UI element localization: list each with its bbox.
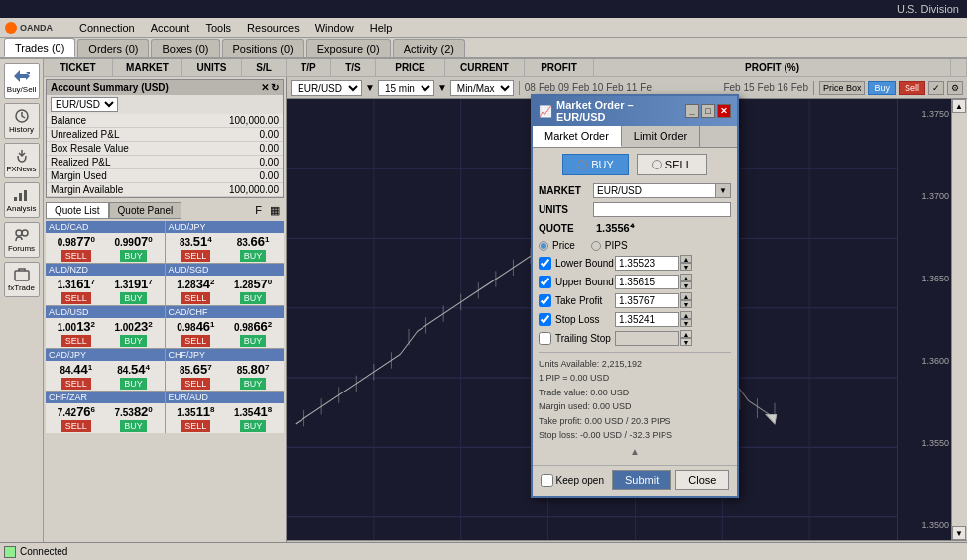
- modal-tab-limit[interactable]: Limit Order: [622, 126, 700, 147]
- lower-bound-down[interactable]: ▼: [680, 263, 692, 271]
- acct-val-balance: 100,000.00: [209, 115, 279, 126]
- trailing-stop-down[interactable]: ▼: [680, 338, 692, 346]
- account-summary: Account Summary (USD) ✕ ↻ EUR/USD Balanc…: [46, 79, 284, 198]
- account-close-btn[interactable]: ✕: [261, 82, 269, 93]
- trailing-stop-up[interactable]: ▲: [680, 330, 692, 338]
- sell-btn-audnzd[interactable]: SELL: [61, 292, 91, 304]
- info-take-profit: Take profit: 0.00 USD / 20.3 PIPS: [539, 414, 731, 428]
- tab-orders[interactable]: Orders (0): [77, 39, 149, 57]
- trailing-stop-input[interactable]: [615, 331, 679, 346]
- stop-loss-checkbox[interactable]: [539, 313, 551, 326]
- buy-btn-audsgd[interactable]: BUY: [240, 292, 267, 304]
- chart-scrollbar-right[interactable]: ▲ ▼: [951, 99, 967, 540]
- svg-text:OANDA: OANDA: [20, 23, 53, 33]
- sell-btn-audusd[interactable]: SELL: [61, 335, 91, 347]
- scroll-up-btn[interactable]: ▲: [952, 99, 966, 113]
- buy-btn-chfzar[interactable]: BUY: [120, 420, 147, 432]
- sell-toolbar-btn[interactable]: Sell: [899, 81, 925, 95]
- scroll-down-btn[interactable]: ▼: [952, 526, 966, 540]
- chart-display-select[interactable]: Min/Max: [450, 80, 514, 96]
- menu-tools[interactable]: Tools: [197, 20, 239, 36]
- market-select-arrow[interactable]: ▼: [715, 184, 730, 197]
- take-profit-up[interactable]: ▲: [680, 292, 692, 300]
- buy-btn-cadchf[interactable]: BUY: [240, 335, 267, 347]
- stop-loss-input[interactable]: [615, 312, 679, 327]
- upper-bound-checkbox[interactable]: [539, 276, 551, 288]
- sidebar-item-forums[interactable]: Forums: [4, 222, 40, 258]
- sell-btn-cadjpy[interactable]: SELL: [61, 378, 91, 390]
- modal-minimize-btn[interactable]: _: [685, 104, 699, 118]
- buy-toolbar-btn[interactable]: Buy: [868, 81, 896, 95]
- modal-close-btn[interactable]: ✕: [717, 104, 731, 118]
- account-refresh-btn[interactable]: ↻: [271, 82, 279, 93]
- lower-bound-up[interactable]: ▲: [680, 255, 692, 263]
- chart-timeframe-select[interactable]: 15 min: [378, 80, 434, 96]
- quote-filter-btn[interactable]: F: [251, 202, 266, 219]
- tab-trades[interactable]: Trades (0): [4, 38, 75, 57]
- take-profit-down[interactable]: ▼: [680, 300, 692, 308]
- sell-btn-cadchf[interactable]: SELL: [181, 335, 210, 347]
- account-currency-select[interactable]: EUR/USD: [51, 97, 118, 112]
- market-select[interactable]: EUR/USD ▼: [593, 183, 731, 198]
- sidebar-item-fxtrade[interactable]: fxTrade: [4, 262, 40, 297]
- modal-tab-market[interactable]: Market Order: [533, 126, 622, 147]
- sell-btn-chfjpy[interactable]: SELL: [181, 378, 210, 390]
- quote-tab-panel[interactable]: Quote Panel: [109, 202, 182, 219]
- modal-collapse-btn[interactable]: ▲: [539, 446, 731, 457]
- buy-btn-audusd[interactable]: BUY: [120, 335, 147, 347]
- buy-btn-chfjpy[interactable]: BUY: [240, 378, 267, 390]
- sell-btn-euraud[interactable]: SELL: [181, 420, 210, 432]
- tab-activity[interactable]: Activity (2): [393, 39, 465, 57]
- sell-button[interactable]: SELL: [637, 154, 707, 175]
- menu-account[interactable]: Account: [143, 20, 198, 36]
- quote-tab-list[interactable]: Quote List: [46, 202, 109, 219]
- price-box-btn[interactable]: Price Box: [819, 81, 866, 95]
- buy-btn-cadjpy[interactable]: BUY: [120, 378, 147, 390]
- sidebar-item-buysell[interactable]: Buy/Sell: [4, 63, 40, 99]
- stop-loss-down[interactable]: ▼: [680, 319, 692, 327]
- close-button[interactable]: Close: [675, 470, 729, 490]
- keep-open-checkbox[interactable]: [541, 474, 553, 487]
- chart-tools-btn[interactable]: ✓: [928, 81, 944, 95]
- modal-maximize-btn[interactable]: □: [701, 104, 715, 118]
- buy-btn-euraud[interactable]: BUY: [240, 420, 267, 432]
- take-profit-checkbox[interactable]: [539, 294, 551, 307]
- lower-bound-checkbox[interactable]: [539, 257, 551, 270]
- trailing-stop-checkbox[interactable]: [539, 332, 551, 345]
- sidebar-item-analysis[interactable]: Analysis: [4, 182, 40, 218]
- buy-btn-audjpy[interactable]: BUY: [240, 250, 267, 262]
- menu-resources[interactable]: Resources: [239, 20, 307, 36]
- sidebar-item-history[interactable]: History: [4, 103, 40, 139]
- sell-btn-audcad[interactable]: SELL: [61, 250, 91, 262]
- units-input[interactable]: [593, 202, 731, 217]
- price-radio[interactable]: Price: [539, 240, 575, 251]
- buy-btn-audcad[interactable]: BUY: [120, 250, 147, 262]
- submit-button[interactable]: Submit: [612, 470, 671, 490]
- chart-settings-btn[interactable]: ⚙: [947, 81, 963, 95]
- take-profit-input[interactable]: [615, 293, 679, 308]
- chart-pair-select[interactable]: EUR/USD: [291, 80, 362, 96]
- lower-bound-input[interactable]: [615, 256, 679, 271]
- sell-btn-chfzar[interactable]: SELL: [61, 420, 91, 432]
- quote-pair-chfjpy: CHF/JPY 85.657 SELL 85.807 BUY: [166, 349, 285, 391]
- menu-connection[interactable]: Connection: [71, 20, 143, 36]
- tab-boxes[interactable]: Boxes (0): [151, 39, 219, 57]
- upper-bound-up[interactable]: ▲: [680, 274, 692, 281]
- sidebar-item-fxnews[interactable]: FXNews: [4, 143, 40, 178]
- acct-val-margin-used: 0.00: [209, 170, 279, 181]
- price-radio-dot: [539, 241, 548, 251]
- sell-btn-audsgd[interactable]: SELL: [181, 292, 210, 304]
- sell-btn-audjpy[interactable]: SELL: [181, 250, 210, 262]
- th-ticket: TICKET: [44, 59, 113, 76]
- stop-loss-up[interactable]: ▲: [680, 311, 692, 319]
- upper-bound-input[interactable]: [615, 275, 679, 289]
- quote-columns-btn[interactable]: ▦: [266, 202, 284, 219]
- tab-positions[interactable]: Positions (0): [222, 39, 304, 57]
- menu-window[interactable]: Window: [307, 20, 362, 36]
- tab-exposure[interactable]: Exposure (0): [306, 39, 391, 57]
- menu-help[interactable]: Help: [362, 20, 401, 36]
- buy-btn-audnzd[interactable]: BUY: [120, 292, 147, 304]
- pips-radio[interactable]: PIPS: [591, 240, 628, 251]
- buy-button[interactable]: BUY: [562, 154, 629, 175]
- upper-bound-down[interactable]: ▼: [680, 281, 692, 289]
